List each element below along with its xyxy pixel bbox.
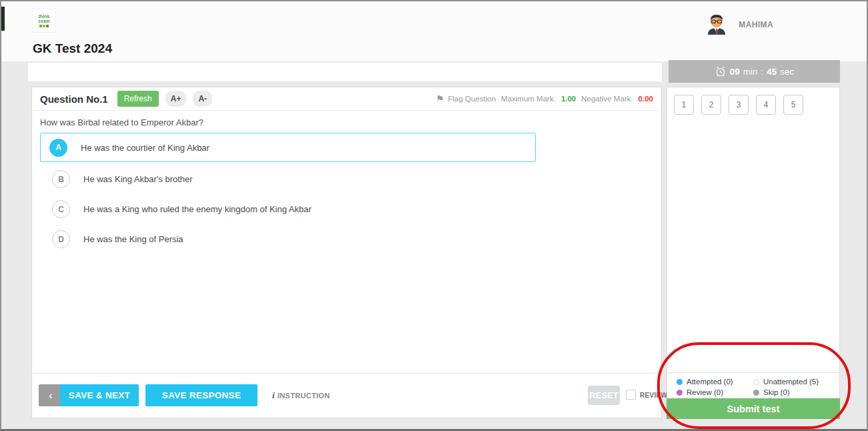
option-c-label: He was a King who ruled the enemy kingdo… (83, 204, 312, 214)
question-card: Question No.1 Refresh A+ A- ⚑ Flag Quest… (31, 87, 662, 418)
alarm-clock-icon (715, 65, 727, 77)
legend-unattempted: Unattempted (5) (753, 378, 830, 386)
exam-window: think exam GK Test 2024 MAHIMA (0, 0, 868, 431)
save-and-next-button[interactable]: SAVE & NEXT (60, 384, 139, 406)
footer-divider (32, 373, 661, 374)
question-palette-panel: 1 2 3 4 5 Attempted (0) Unattempted (5) … (667, 87, 840, 418)
info-icon: i (272, 390, 275, 400)
timer-seconds: 45 (767, 67, 777, 77)
option-a[interactable]: A He was the courtier of King Akbar (40, 133, 536, 162)
question-text: How was Birbal related to Emperor Akbar? (40, 117, 203, 127)
instruction-label: INSTRUCTION (278, 392, 330, 400)
review-label: REVIEW (640, 392, 667, 399)
timer: 09 min : 45 sec (669, 60, 840, 83)
palette-question-1[interactable]: 1 (674, 95, 694, 115)
avatar (704, 12, 729, 37)
instruction-link[interactable]: iINSTRUCTION (272, 390, 330, 401)
user-chip[interactable]: MAHIMA (704, 12, 773, 37)
option-b[interactable]: B He was King Akbar's brother (52, 170, 193, 188)
option-c-circle[interactable]: C (52, 200, 70, 218)
question-header: Question No.1 Refresh A+ A- ⚑ Flag Quest… (32, 87, 661, 111)
negative-mark-label: Negative Mark. (581, 95, 632, 103)
font-decrease-button[interactable]: A- (193, 91, 212, 107)
skip-dot-icon (753, 390, 759, 396)
page-title: GK Test 2024 (33, 41, 112, 56)
refresh-button[interactable]: Refresh (117, 91, 159, 107)
subheader-strip (28, 63, 662, 81)
legend-attempted: Attempted (0) (677, 378, 753, 386)
status-legend: Attempted (0) Unattempted (5) Review (0)… (667, 372, 839, 396)
previous-question-button[interactable]: ‹ (39, 384, 63, 406)
question-palette: 1 2 3 4 5 (674, 95, 803, 115)
option-c[interactable]: C He was a King who ruled the enemy king… (52, 200, 312, 218)
save-response-button[interactable]: SAVE RESPONSE (145, 384, 258, 406)
legend-review: Review (0) (677, 388, 753, 396)
submit-test-button[interactable]: Submit test (667, 398, 840, 419)
font-increase-button[interactable]: A+ (165, 91, 187, 107)
header: think exam GK Test 2024 MAHIMA (1, 1, 867, 61)
option-d-label: He was the King of Persia (83, 234, 183, 244)
reset-button[interactable]: RESET (588, 386, 620, 405)
review-checkbox[interactable] (626, 390, 636, 400)
logo-tagline (39, 25, 49, 27)
thinkexam-logo[interactable]: think exam (32, 9, 56, 33)
flag-question-button[interactable]: Flag Question (448, 95, 496, 103)
unattempted-dot-icon (753, 379, 759, 385)
legend-skip: Skip (0) (753, 388, 830, 396)
palette-question-5[interactable]: 5 (783, 95, 803, 115)
timer-sec-label: sec (780, 67, 794, 77)
timer-separator: : (761, 67, 763, 77)
palette-question-4[interactable]: 4 (756, 95, 776, 115)
max-mark-label: Maximum Mark. (501, 95, 556, 103)
logo-text: think exam (33, 14, 55, 23)
scrollbar-thumb[interactable] (1, 7, 5, 31)
review-dot-icon (677, 390, 683, 396)
palette-question-3[interactable]: 3 (729, 95, 749, 115)
option-a-circle[interactable]: A (49, 139, 67, 157)
timer-min-label: min (743, 67, 758, 77)
option-a-label: He was the courtier of King Akbar (81, 143, 209, 153)
question-number: Question No.1 (40, 93, 108, 105)
flag-icon: ⚑ (436, 93, 444, 104)
option-b-label: He was King Akbar's brother (83, 174, 193, 184)
option-b-circle[interactable]: B (52, 170, 70, 188)
palette-question-2[interactable]: 2 (701, 95, 721, 115)
user-name: MAHIMA (739, 20, 773, 29)
option-d-circle[interactable]: D (52, 230, 70, 248)
option-d[interactable]: D He was the King of Persia (52, 230, 183, 248)
attempted-dot-icon (677, 379, 683, 385)
max-mark-value: 1.00 (561, 95, 576, 103)
negative-mark-value: 0.00 (638, 95, 653, 103)
timer-minutes: 09 (730, 67, 740, 77)
